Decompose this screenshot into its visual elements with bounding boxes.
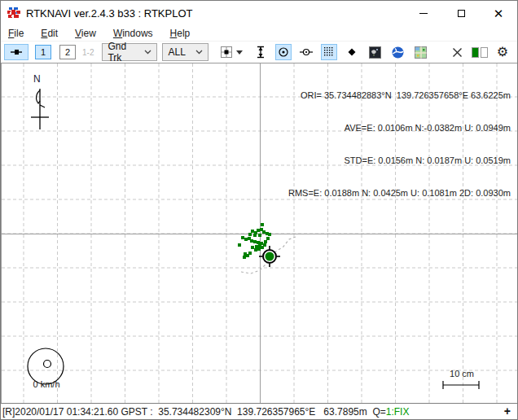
fit-scale-dropdown-button[interactable] (235, 44, 244, 60)
map-image-button[interactable] (367, 44, 383, 60)
maximize-button[interactable] (442, 1, 480, 25)
status-bar: [R]2020/01/17 01:34:21.60 GPST : 35.7344… (1, 403, 517, 419)
stream-connect-icon (10, 46, 23, 59)
app-icon (7, 7, 21, 20)
connect-stream-button[interactable] (4, 44, 29, 60)
menu-windows[interactable]: Windows (113, 28, 153, 39)
menu-bar: File Edit View Windows Help (1, 25, 517, 41)
minimize-button[interactable] (405, 1, 442, 25)
stat-origin: ORI= 35.734482883°N 139.726357658°E 63.6… (288, 90, 511, 101)
point-diamond-icon (346, 46, 358, 58)
title-bar: RTKNAVI ver.2.4.3 b33 : RTKPLOT ✕ (1, 1, 517, 25)
menu-help[interactable]: Help (170, 28, 191, 39)
solution-filter-value: ALL (168, 46, 189, 58)
solution-1-button[interactable]: 1 (35, 45, 51, 59)
caret-down-icon (236, 50, 243, 55)
toolbar: 1 2 1-2 Gnd Trk ALL (1, 41, 517, 63)
map-image-icon (369, 46, 381, 59)
map-view-icon (415, 46, 427, 59)
rtkplot-window: RTKNAVI ver.2.4.3 b33 : RTKPLOT ✕ File E… (0, 0, 518, 420)
center-origin-icon (277, 46, 290, 59)
menu-file[interactable]: File (8, 28, 24, 39)
status-box-active (472, 47, 479, 58)
google-earth-icon (392, 46, 404, 59)
follow-cursor-icon (300, 46, 313, 59)
maximize-icon (458, 10, 465, 17)
gear-icon: ⚙ (497, 46, 508, 59)
window-title: RTKNAVI ver.2.4.3 b33 : RTKPLOT (26, 7, 192, 20)
stat-rms: RMS=E: 0.0188m N: 0.0425m U: 0.1081m 2D:… (288, 188, 511, 199)
options-button[interactable]: ⚙ (494, 44, 511, 60)
stream-status-indicator (472, 47, 488, 58)
solution-2-button[interactable]: 2 (59, 45, 76, 59)
solution-filter-select[interactable]: ALL (162, 43, 209, 61)
center-origin-button[interactable] (275, 44, 292, 60)
north-label: N (33, 73, 41, 85)
window-controls: ✕ (405, 1, 517, 25)
fit-scale-icon (220, 46, 233, 59)
plot-type-select[interactable]: Gnd Trk (102, 43, 157, 61)
map-view-button[interactable] (412, 44, 428, 60)
fit-vertical-button[interactable] (252, 44, 269, 60)
google-earth-button[interactable] (389, 44, 406, 60)
velocity-label: 0 km/h (24, 379, 69, 389)
chevron-down-icon (195, 50, 203, 55)
fit-vertical-icon (254, 46, 267, 59)
status-marker-symbol: + (504, 405, 511, 418)
close-button[interactable]: ✕ (480, 1, 517, 25)
close-x-icon (452, 47, 463, 58)
stat-average: AVE=E: 0.0106m N:-0.0382m U: 0.0949m (288, 123, 511, 133)
solution-12-button: 1-2 (82, 48, 94, 57)
stat-stddev: STD=E: 0.0156m N: 0.0187m U: 0.0519m (288, 155, 511, 166)
close-icon: ✕ (494, 7, 504, 20)
ground-track-plot[interactable]: N ORI= 35.734482883°N 139.726357658°E 63… (1, 63, 518, 405)
menu-view[interactable]: View (75, 28, 96, 39)
status-box-idle (481, 47, 488, 58)
close-plot-button[interactable] (449, 44, 465, 60)
center-point-button[interactable] (344, 44, 360, 60)
plot-type-value: Gnd Trk (108, 41, 138, 63)
grid-toggle-button[interactable] (321, 44, 337, 60)
fit-scale-button[interactable] (218, 44, 235, 60)
scale-label: 10 cm (444, 369, 480, 378)
statistics-block: ORI= 35.734482883°N 139.726357658°E 63.6… (288, 68, 511, 221)
minimize-icon (419, 13, 428, 14)
quality-badge: 1:FIX (386, 406, 410, 418)
grid-icon (323, 46, 336, 59)
status-text: [R]2020/01/17 01:34:21.60 GPST : 35.7344… (2, 406, 386, 418)
menu-edit[interactable]: Edit (41, 28, 58, 39)
follow-cursor-button[interactable] (298, 44, 314, 60)
chevron-down-icon (144, 50, 151, 55)
